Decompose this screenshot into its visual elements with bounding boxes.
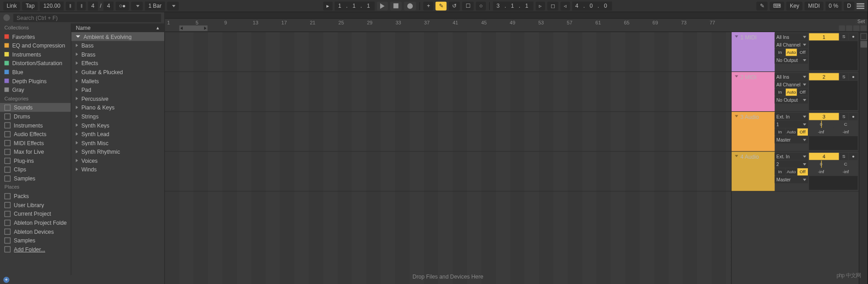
monitor-in[interactable]: In <box>775 49 786 56</box>
tempo-value[interactable]: 120.00 <box>40 1 64 10</box>
io-select[interactable]: All Ins <box>775 33 808 40</box>
keyboard-button[interactable]: ⌨ <box>770 1 784 10</box>
sig-num[interactable]: 4 <box>88 1 98 10</box>
overdub-button[interactable]: + <box>424 1 434 10</box>
track-title[interactable]: 1 MIDI <box>731 32 774 71</box>
solo-button[interactable]: S <box>840 73 849 80</box>
play-button[interactable] <box>377 1 388 10</box>
solo-button[interactable]: S <box>840 113 849 120</box>
sidebar-item[interactable]: Blue <box>0 67 71 76</box>
io-button[interactable] <box>853 25 859 31</box>
io-select[interactable]: All Channel <box>775 41 808 48</box>
sig-den[interactable]: 4 <box>104 1 113 10</box>
loop-switch-button[interactable]: ◻ <box>547 1 558 10</box>
nudge-down-button[interactable]: ⦀ <box>66 1 75 10</box>
io-select[interactable]: Master <box>775 136 808 143</box>
content-item[interactable]: Synth Keys <box>71 121 165 130</box>
position-display[interactable]: 1 . 1 . 1 <box>335 1 375 10</box>
tap-button[interactable]: Tap <box>22 1 38 10</box>
track-title[interactable]: 2 MIDI <box>731 72 774 111</box>
sidebar-item[interactable]: Clips <box>0 165 71 174</box>
monitor-in[interactable]: In <box>775 128 786 136</box>
track-activator[interactable]: 2 <box>809 73 839 80</box>
sidebar-item[interactable]: Instruments <box>0 50 71 59</box>
track-header[interactable]: 1 MIDIAll InsAll ChannelInAutoOffNo Outp… <box>731 32 859 72</box>
link-button[interactable]: Link <box>3 1 20 10</box>
io-select[interactable]: All Ins <box>775 73 808 80</box>
send-value[interactable]: -inf <box>809 128 833 136</box>
content-item[interactable]: Synth Lead <box>71 129 165 138</box>
sidebar-item[interactable]: Plug-ins <box>0 156 71 165</box>
monitor-off[interactable]: Off <box>797 49 808 56</box>
overview-strip[interactable] <box>165 12 868 19</box>
content-item[interactable]: Synth Rhythmic <box>71 147 165 156</box>
arm-button[interactable]: ● <box>849 153 858 160</box>
browser-collapse-button[interactable] <box>3 14 10 21</box>
monitor-auto[interactable]: Auto <box>786 168 797 175</box>
overload-button[interactable]: D <box>844 1 854 10</box>
content-item[interactable]: Brass <box>71 50 165 59</box>
send-value[interactable]: -inf <box>834 128 858 136</box>
loop-brace[interactable] <box>179 25 208 31</box>
content-item[interactable]: Effects <box>71 59 165 68</box>
sidebar-item[interactable]: Sounds <box>0 103 71 112</box>
track-lane[interactable] <box>165 151 731 191</box>
record-button[interactable] <box>404 1 416 10</box>
io-select[interactable]: No Output <box>775 57 808 64</box>
track-lane[interactable] <box>165 32 731 72</box>
io-select[interactable]: 2 <box>775 161 808 168</box>
session-record-button[interactable]: ☐ <box>462 1 474 10</box>
sidebar-item[interactable]: Ableton Project Folder <box>0 218 71 227</box>
io-select[interactable]: Master <box>775 176 808 183</box>
monitor-off[interactable]: Off <box>797 128 808 136</box>
track-header[interactable]: 3 AudioExt. In1InAutoOffMaster3S●0C-inf-… <box>731 112 859 151</box>
content-item[interactable]: Ambient & Evolving <box>71 32 165 41</box>
sidebar-item[interactable]: Favorites <box>0 32 71 41</box>
track-header[interactable]: 4 AudioExt. In2InAutoOffMaster4S●0C-inf-… <box>731 151 859 191</box>
pan-value[interactable]: C <box>834 121 858 128</box>
loop-length-display[interactable]: 4 . 0 . 0 <box>572 1 612 10</box>
track-lane[interactable] <box>165 112 731 151</box>
arm-button[interactable]: ● <box>849 33 858 40</box>
sidebar-item[interactable]: Audio Effects <box>0 129 71 138</box>
track-title[interactable]: 4 Audio <box>731 151 774 191</box>
nudge-up-button[interactable]: ⦀ <box>77 1 86 10</box>
monitor-auto[interactable]: Auto <box>786 89 797 96</box>
timeline-ruler[interactable]: 1591317212529333741454953576165697377 Se… <box>165 19 868 32</box>
track-activator[interactable]: 3 <box>809 113 839 120</box>
search-input[interactable] <box>13 14 161 22</box>
sidebar-item[interactable]: Ableton Devices <box>0 227 71 236</box>
sidebar-item[interactable]: User Library <box>0 200 71 209</box>
sidebar-item[interactable]: Max for Live <box>0 147 71 156</box>
sidebar-item[interactable]: Instruments <box>0 121 71 130</box>
vol-value[interactable]: 0 <box>809 161 833 168</box>
arm-button[interactable]: ● <box>849 113 858 120</box>
io-select[interactable]: All Channel <box>775 81 808 88</box>
monitor-auto[interactable]: Auto <box>786 128 797 136</box>
quantize-value[interactable]: 1 Bar <box>145 1 165 10</box>
content-item[interactable]: Strings <box>71 112 165 121</box>
arm-button[interactable]: ● <box>849 73 858 80</box>
content-item[interactable]: Winds <box>71 165 165 174</box>
content-item[interactable]: Percussive <box>71 94 165 103</box>
arrangement-view-button[interactable] <box>860 41 867 48</box>
sidebar-item[interactable]: Packs <box>0 192 71 201</box>
track-activator[interactable]: 1 <box>809 33 839 40</box>
monitor-off[interactable]: Off <box>797 168 808 175</box>
content-header[interactable]: Name ▲ <box>71 23 165 32</box>
solo-button[interactable]: S <box>840 33 849 40</box>
content-item[interactable]: Pad <box>71 85 165 94</box>
content-item[interactable]: Mallets <box>71 76 165 85</box>
sidebar-item[interactable]: EQ and Compression <box>0 41 71 50</box>
clip-area[interactable]: Drop Files and Devices Here <box>165 32 731 284</box>
stop-button[interactable] <box>390 1 402 10</box>
sidebar-item[interactable]: Samples <box>0 174 71 183</box>
sidebar-item[interactable]: Depth Plugins <box>0 76 71 85</box>
track-activator[interactable]: 4 <box>809 153 839 160</box>
vol-value[interactable]: 0 <box>809 121 833 128</box>
punch-in-button[interactable]: ▹ <box>535 1 545 10</box>
key-map-button[interactable]: Key <box>787 1 803 10</box>
lock-button[interactable] <box>860 25 866 31</box>
io-select[interactable]: Ext. In <box>775 153 808 160</box>
metronome-button[interactable]: ○● <box>116 1 129 10</box>
